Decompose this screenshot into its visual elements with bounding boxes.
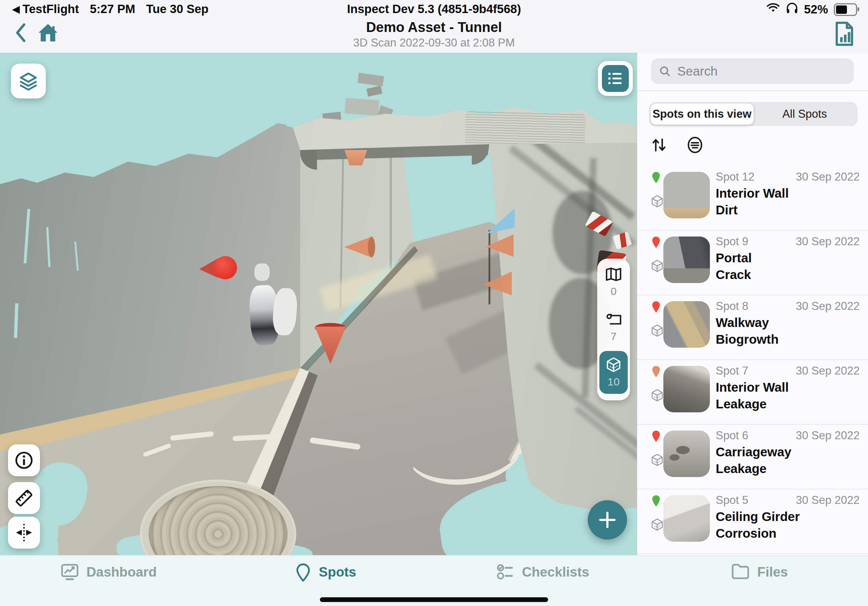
floorplan-count: 7 xyxy=(611,330,617,343)
spot-list-item[interactable]: Spot 12 30 Sep 2022 Interior WallDirt xyxy=(637,166,868,231)
spot-list-item[interactable]: Spot 5 30 Sep 2022 Ceiling GirderCorrosi… xyxy=(637,489,868,554)
spot-list-item[interactable]: Spot 9 30 Sep 2022 PortalCrack xyxy=(637,231,868,295)
spot-date: 30 Sep 2022 xyxy=(796,429,860,442)
report-button[interactable] xyxy=(833,42,856,48)
files-folder-icon xyxy=(731,563,750,580)
spot-pin-icon xyxy=(651,365,661,380)
cube-3d-icon xyxy=(605,357,622,373)
spot-3d-cube-icon xyxy=(650,453,664,468)
model-3d-view-button[interactable]: 10 xyxy=(599,351,628,394)
spot-thumbnail xyxy=(663,301,710,348)
spot-thumbnail xyxy=(663,366,710,412)
sort-icon xyxy=(650,137,668,153)
spot-number-label: Spot 9 xyxy=(716,235,749,248)
spot-number-label: Spot 8 xyxy=(716,300,749,313)
spot-3d-cube-icon xyxy=(650,259,664,274)
measure-button[interactable] xyxy=(8,482,40,514)
spot-number-label: Spot 12 xyxy=(716,170,755,184)
marker-pole xyxy=(488,230,490,305)
spot-date: 30 Sep 2022 xyxy=(796,494,860,507)
tab-spots-on-this-view[interactable]: Spots on this view xyxy=(651,104,753,125)
search-bar[interactable] xyxy=(651,59,854,84)
scan-debris xyxy=(345,98,380,116)
info-icon xyxy=(14,450,34,470)
status-bar: ◀ TestFlight 5:27 PM Tue 30 Sep Inspect … xyxy=(0,0,868,17)
model-3d-count: 10 xyxy=(608,376,619,388)
layers-icon xyxy=(18,71,39,91)
spot-filter-segmented-control: Spots on this view All Spots xyxy=(649,102,857,126)
scan-debris xyxy=(366,86,382,97)
spot-list-item[interactable]: Spot 6 30 Sep 2022 CarriagewayLeakage xyxy=(637,425,868,489)
filter-button[interactable] xyxy=(687,136,703,155)
home-indicator[interactable] xyxy=(320,597,548,602)
spot-title: CarriagewayLeakage xyxy=(716,444,791,477)
spot-thumbnail xyxy=(663,237,710,283)
spot-date: 30 Sep 2022 xyxy=(796,235,860,248)
wifi-icon xyxy=(766,3,780,16)
dashboard-icon xyxy=(60,563,79,581)
spot-thumbnail xyxy=(663,172,710,218)
scan-debris xyxy=(357,73,384,86)
map-icon xyxy=(605,267,622,282)
spot-number-label: Spot 5 xyxy=(716,494,749,507)
spot-thumbnail xyxy=(663,495,710,542)
toggle-spot-list-button[interactable] xyxy=(598,61,633,96)
pointcloud-noise xyxy=(465,111,586,148)
add-spot-button[interactable] xyxy=(588,500,627,540)
page-subtitle: 3D Scan 2022-09-30 at 2:08 PM xyxy=(0,36,868,49)
navigation-header: Demo Asset - Tunnel 3D Scan 2022-09-30 a… xyxy=(0,17,868,53)
headphones-icon xyxy=(786,2,798,17)
map-view-button[interactable]: 0 xyxy=(599,261,628,304)
model-3d-viewport[interactable]: 0 7 10 xyxy=(0,53,637,555)
tab-label: Dashboard xyxy=(87,563,157,582)
page-title: Demo Asset - Tunnel xyxy=(0,20,868,35)
spot-pin-icon xyxy=(651,171,661,186)
status-center-title: Inspect Dev 5.3 (4851-9b4f568) xyxy=(0,2,868,16)
plus-icon xyxy=(598,510,617,529)
spot-title: Interior WallLeakage xyxy=(716,379,789,412)
spot-date: 30 Sep 2022 xyxy=(796,365,860,377)
sort-button[interactable] xyxy=(650,137,668,155)
spot-3d-cube-icon xyxy=(650,388,664,403)
spot-date: 30 Sep 2022 xyxy=(796,300,860,313)
tab-files[interactable]: Files xyxy=(651,555,868,606)
search-input[interactable] xyxy=(676,63,846,79)
floorplan-view-button[interactable]: 7 xyxy=(599,306,628,349)
marker-sphere-red[interactable] xyxy=(214,256,237,279)
spot-3d-cube-icon xyxy=(650,194,664,210)
spot-list: Spot 12 30 Sep 2022 Interior WallDirt Sp… xyxy=(637,166,868,555)
spot-list-item[interactable]: Spot 7 30 Sep 2022 Interior WallLeakage xyxy=(637,360,868,425)
divider xyxy=(637,90,868,91)
info-button[interactable] xyxy=(8,444,40,476)
split-compare-button[interactable] xyxy=(8,516,40,549)
spot-title: Interior WallDirt xyxy=(716,185,789,218)
app-root: ◀ TestFlight 5:27 PM Tue 30 Sep Inspect … xyxy=(0,0,868,606)
spot-title: WalkwayBiogrowth xyxy=(716,314,778,348)
tab-label: Checklists xyxy=(522,563,589,582)
wall-patch xyxy=(254,263,270,281)
battery-percent-label: 52% xyxy=(804,3,828,16)
spot-number-label: Spot 6 xyxy=(716,429,749,442)
layers-button[interactable] xyxy=(11,63,46,99)
spot-pin-icon xyxy=(651,495,661,509)
checklists-icon xyxy=(496,563,515,581)
list-icon xyxy=(608,71,623,86)
tab-label: Spots xyxy=(319,563,356,582)
tab-all-spots[interactable]: All Spots xyxy=(753,104,856,125)
spot-title: Ceiling GirderCorrosion xyxy=(716,508,800,542)
tab-dashboard[interactable]: Dashboard xyxy=(0,555,217,606)
filter-icon xyxy=(687,136,703,154)
battery-icon xyxy=(834,3,857,16)
spot-number-label: Spot 7 xyxy=(716,365,749,377)
spot-list-item[interactable]: Spot 8 30 Sep 2022 WalkwayBiogrowth xyxy=(637,295,868,360)
spot-pin-icon xyxy=(651,236,661,250)
floorplan-icon xyxy=(605,312,622,327)
search-icon xyxy=(659,65,671,78)
spot-date: 30 Sep 2022 xyxy=(796,170,860,184)
view-mode-switcher: 0 7 10 xyxy=(597,259,630,400)
spots-sidebar: Spots on this view All Spots Spot 12 30 … xyxy=(637,53,868,555)
split-view-icon xyxy=(14,523,34,543)
spot-thumbnail xyxy=(663,431,710,477)
spot-pin-icon xyxy=(651,430,661,444)
spot-title: PortalCrack xyxy=(716,250,752,283)
